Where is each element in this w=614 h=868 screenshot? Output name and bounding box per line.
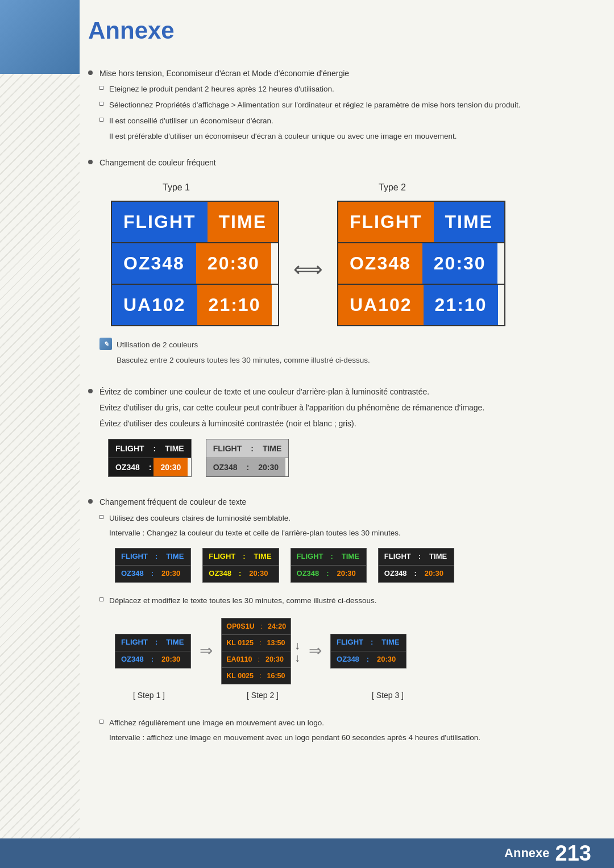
bullet3-main: Évitez de combiner une couleur de texte … — [99, 387, 429, 396]
list-item-1: Mise hors tension, Economiseur d'écran e… — [88, 67, 597, 146]
note-icon: ✎ — [99, 338, 112, 350]
step3-data: OZ348 : 20:30 — [331, 651, 406, 668]
sub-text-4b: Déplacez et modifiez le texte toutes les… — [109, 595, 597, 713]
list-item-2: Changement de couleur fréquent Type 1 Ty… — [88, 156, 597, 375]
page-title: Annexe — [88, 17, 597, 44]
down-arrow-1: ↓ — [294, 639, 300, 651]
step1-label: [ Step 1 ] — [115, 689, 183, 701]
cfd-white-val: 20:30 — [418, 566, 450, 582]
step2-kl: KL 0125 — [222, 635, 258, 651]
fd-header-flight: FLIGHT — [112, 202, 208, 242]
colored-variants-row: FLIGHT : TIME OZ348 : 20:30 — [115, 548, 597, 583]
cfd-white-header: FLIGHT : TIME — [379, 549, 454, 565]
sub-text-4a: Utilisez des couleurs claires de luminos… — [109, 512, 597, 591]
sub-bullet-4c — [99, 720, 103, 724]
step-arrow-right-2: ⇒ — [309, 638, 322, 664]
step1-header: FLIGHT : TIME — [115, 634, 190, 651]
fd-header-row: FLIGHT TIME — [112, 202, 278, 242]
step3-header: FLIGHT : TIME — [331, 634, 406, 651]
step2-label: [ Step 2 ] — [211, 689, 314, 701]
cfd-blue-data: OZ348 : 20:30 — [115, 565, 190, 582]
step3-oz: OZ348 — [331, 651, 365, 668]
step2-row1: OP0S1U : 24:20 — [222, 618, 291, 634]
sub-item-1a: Eteignez le produit pendant 2 heures apr… — [99, 83, 597, 95]
sfd-dark-oz: OZ348 — [109, 458, 147, 476]
step2-op: OP0S1U — [222, 618, 259, 634]
step3-time: TIME — [375, 634, 406, 651]
small-fd-dark: FLIGHT : TIME OZ348 : 20:30 — [108, 439, 192, 477]
note-row: ✎ Utilisation de 2 couleurs — [99, 338, 597, 351]
sub-text-1a: Eteignez le produit pendant 2 heures apr… — [109, 83, 597, 95]
step2-kl2: KL 0025 — [222, 668, 258, 684]
sfd-gray-time: TIME — [256, 439, 288, 458]
bullet3-sub2: Évitez d'utiliser des couleurs à luminos… — [99, 417, 597, 430]
cfd-blue-flight: FLIGHT — [115, 549, 154, 565]
bullet-content-4: Changement fréquent de couleur de texte … — [99, 496, 597, 747]
type2-label: Type 2 — [327, 180, 458, 195]
footer-label: Annexe — [504, 846, 549, 861]
bullet-content-3: Évitez de combiner une couleur de texte … — [99, 385, 597, 486]
step2-colon2: : — [258, 635, 262, 651]
step-arrow-right-1: ⇒ — [200, 638, 213, 664]
fd-header-time-t2: TIME — [434, 202, 504, 242]
step2-display: OP0S1U : 24:20 KL 0125 : 13:50 — [221, 618, 300, 684]
footer-page-number: 213 — [555, 841, 591, 866]
bullet2-main: Changement de couleur fréquent — [99, 158, 216, 167]
step1-time: TIME — [159, 634, 190, 651]
bullet4-main: Changement fréquent de couleur de texte — [99, 497, 246, 506]
type-section: Type 1 Type 2 FLIGHT TIME OZ348 — [111, 180, 597, 326]
fd-oz348-t1: OZ348 — [112, 243, 196, 284]
sfd-dark-data: OZ348 : 20:30 — [109, 458, 191, 476]
sfd-gray-colon1: : — [248, 439, 256, 458]
bullet-content-2: Changement de couleur fréquent Type 1 Ty… — [99, 156, 597, 375]
sfd-dark-time: TIME — [158, 439, 190, 458]
step2-colon3: : — [256, 651, 260, 667]
bullet4-sub1: Utilisez des couleurs claires de luminos… — [109, 512, 597, 525]
step1-fd: FLIGHT : TIME OZ348 : 20:30 — [115, 634, 191, 668]
bullet4-sub5: Intervalle : affichez une image en mouve… — [109, 732, 597, 744]
step2-ea: EA0110 — [222, 651, 256, 667]
down-arrow-2: ↓ — [294, 652, 300, 663]
fd-row2: UA102 21:10 — [112, 284, 278, 325]
bullet-dot-2 — [88, 160, 93, 164]
bullet-dot-3 — [88, 389, 93, 393]
fd-header-flight-t2: FLIGHT — [338, 202, 434, 242]
sub-text-1b: Sélectionnez Propriétés d'affichage > Al… — [109, 99, 597, 111]
step3-flight: FLIGHT — [331, 634, 369, 651]
footer-bar: Annexe 213 — [0, 838, 614, 868]
steps-display-row: FLIGHT : TIME OZ348 : 20:30 — [115, 618, 597, 684]
fd-ua102-t1: UA102 — [112, 285, 197, 325]
bullet-dot-1 — [88, 70, 93, 75]
small-displays-row: FLIGHT : TIME OZ348 : 20:30 — [108, 439, 597, 477]
bullet3-sub1: Evitez d'utiliser du gris, car cette cou… — [99, 401, 597, 414]
cfd-green-flight: FLIGHT — [291, 549, 329, 565]
cfd-green-header: FLIGHT : TIME — [291, 549, 366, 565]
sfd-dark-val: 20:30 — [154, 458, 188, 476]
cfd-white-colon2: : — [413, 566, 418, 582]
cfd-blue-oz: OZ348 — [115, 566, 150, 582]
cfd-blue-colon1: : — [154, 549, 159, 565]
fd-2030-t2: 20:30 — [422, 243, 497, 284]
cfd-blue-header: FLIGHT : TIME — [115, 549, 190, 565]
cfd-yellow-oz: OZ348 — [203, 566, 237, 582]
sub-bullet-1a — [99, 86, 103, 90]
bullet4-sub4: Affichez régulièrement une image en mouv… — [109, 717, 597, 729]
cfd-green-colon1: : — [329, 549, 335, 565]
cfd-green-val: 20:30 — [331, 566, 362, 582]
step1-flight: FLIGHT — [115, 634, 154, 651]
sfd-dark-header: FLIGHT : TIME — [109, 439, 191, 458]
step3-label: [ Step 3 ] — [342, 689, 433, 701]
cfd-yellow-header: FLIGHT : TIME — [203, 549, 278, 565]
bullet-dot-4 — [88, 499, 93, 504]
cfd-white-oz: OZ348 — [379, 566, 413, 582]
sfd-gray-flight: FLIGHT — [206, 439, 249, 458]
bullet4-sub3: Déplacez et modifiez le texte toutes les… — [109, 595, 597, 607]
sfd-gray-header: FLIGHT : TIME — [206, 439, 289, 458]
sub-bullet-4b — [99, 597, 103, 601]
sub-item-1b: Sélectionnez Propriétés d'affichage > Al… — [99, 99, 597, 111]
cfd-yellow-val: 20:30 — [243, 566, 274, 582]
cfd-green-data: OZ348 : 20:30 — [291, 565, 366, 582]
flight-displays-row: FLIGHT TIME OZ348 20:30 UA102 21:10 — [111, 201, 597, 327]
step2-row4: KL 0025 : 16:50 — [222, 667, 291, 684]
note-subtext: Basculez entre 2 couleurs toutes les 30 … — [117, 354, 597, 367]
